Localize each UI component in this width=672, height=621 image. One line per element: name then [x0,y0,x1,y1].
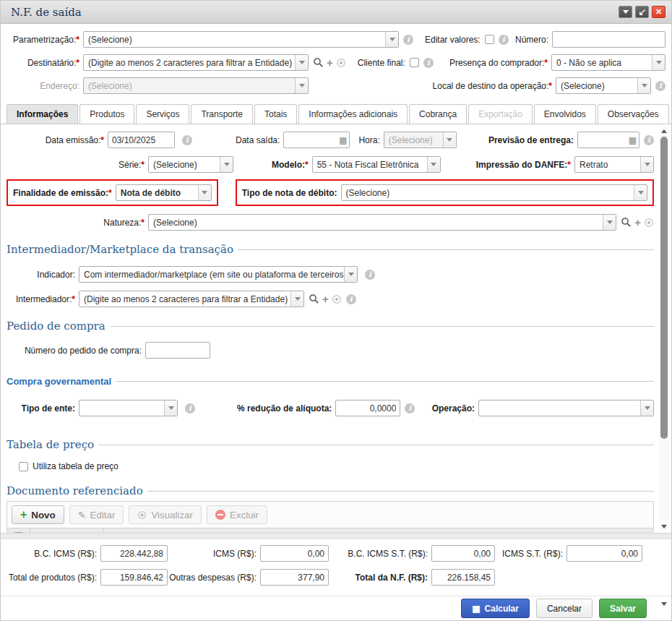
tab-totais[interactable]: Totais [254,104,297,124]
add-icon[interactable]: + [634,217,641,228]
info-icon[interactable]: i [644,135,654,145]
info-icon[interactable]: i [346,294,356,304]
info-icon[interactable]: i [185,403,195,414]
add-icon[interactable]: + [327,57,333,68]
column-header-chave-acesso[interactable]: Chave de acesso [104,528,653,533]
icms-st-input[interactable] [567,545,642,562]
section-intermediador-title: Intermediador/Marketplace da transação [7,243,233,256]
dropdown-arrow-icon[interactable] [640,157,653,172]
operacao-select[interactable] [478,400,654,416]
collapse-button[interactable] [619,6,632,18]
reducao-aliquota-input[interactable] [335,400,400,416]
dropdown-arrow-icon[interactable] [198,185,211,200]
impressao-danfe-select[interactable]: Retrato [574,156,654,173]
dropdown-arrow-icon[interactable] [652,55,665,70]
indicador-select[interactable]: Com intermediador/marketplace (em site o… [79,266,358,283]
utiliza-tabela-preco-checkbox[interactable] [19,462,28,471]
parametrizacao-select[interactable]: (Selecione) [83,31,399,48]
reducao-aliquota-label: % redução de alíquota: [237,403,335,414]
info-icon[interactable]: i [403,35,413,45]
tipo-ente-select[interactable] [79,400,178,416]
local-destino-select[interactable]: (Selecione) [556,77,651,94]
finalidade-select[interactable]: Nota de débito [116,184,212,201]
excluir-button: Excluir [207,505,267,524]
previsao-entrega-input[interactable] [578,133,629,147]
dropdown-arrow-icon[interactable] [385,32,398,47]
info-icon[interactable]: i [365,270,375,280]
tab-transporte[interactable]: Transporte [191,104,253,124]
info-icon[interactable]: i [182,135,192,145]
icms-input[interactable] [260,545,329,562]
dropdown-arrow-icon[interactable] [637,78,650,93]
tab-envolvidos[interactable]: Envolvidos [534,104,596,124]
eye-icon[interactable] [644,218,654,228]
salvar-button[interactable]: Salvar [599,599,647,618]
select-all-checkbox[interactable] [14,532,23,533]
novo-button[interactable]: + Novo [12,505,64,524]
total-nf-input[interactable] [431,569,495,586]
natureza-select[interactable]: (Selecione) [148,214,616,231]
destinatario-combo[interactable]: (Digite ao menos 2 caracteres para filtr… [83,54,309,71]
tab-cobranca[interactable]: Cobrança [409,104,467,124]
eye-icon[interactable] [336,58,346,68]
search-icon[interactable] [309,294,319,304]
tab-observacoes[interactable]: Observações [598,104,669,124]
modelo-select[interactable]: 55 - Nota Fiscal Eletrônica [312,156,441,173]
eye-icon[interactable] [332,294,342,304]
data-emissao-input[interactable] [108,132,175,148]
dropdown-arrow-icon[interactable] [427,157,440,172]
dropdown-arrow-icon[interactable] [220,157,233,172]
cliente-final-checkbox[interactable] [410,58,419,67]
calendar-icon[interactable]: ▦ [339,136,347,145]
dropdown-arrow-icon[interactable] [634,185,647,200]
scrollbar-thumb[interactable] [660,137,668,439]
search-icon[interactable] [621,217,632,228]
scroll-up-arrow[interactable] [659,127,669,135]
info-icon[interactable]: i [405,403,415,414]
serie-select[interactable]: (Selecione) [148,156,233,173]
maximize-button[interactable] [635,6,649,18]
info-icon[interactable]: i [499,35,509,45]
numero-pedido-input[interactable] [145,342,210,359]
total-produtos-input[interactable] [100,569,168,586]
intermediador-combo[interactable]: (Digite ao menos 2 caracteres para filtr… [79,291,304,307]
total-nf-field: Total da N.F. (R$): [329,569,495,586]
calcular-button[interactable]: ▦ Calcular [461,599,530,618]
pencil-icon: ✎ [78,510,86,521]
data-saida-input[interactable] [284,133,339,147]
page-scroll-down-arrow[interactable] [661,606,667,616]
column-header-tipo[interactable]: Tipo [30,528,104,533]
utiliza-tabela-preco-label: Utiliza tabela de preço [33,461,119,471]
dropdown-arrow-icon[interactable] [295,55,308,70]
tab-produtos[interactable]: Produtos [79,104,134,124]
tab-informacoes[interactable]: Informações [7,104,78,124]
outras-despesas-input[interactable] [260,569,329,586]
window-title: N.F. de saída [11,6,82,19]
close-button[interactable]: ✕ [652,6,665,18]
info-icon[interactable]: i [423,58,434,68]
dropdown-arrow-icon[interactable] [640,401,653,416]
horizontal-scrollbar-track[interactable] [1,533,671,539]
scroll-down-arrow[interactable] [659,522,669,531]
editar-valores-checkbox[interactable] [485,35,494,44]
search-icon[interactable] [313,57,324,68]
tab-informacoes-adicionais[interactable]: Informações adicionais [298,104,408,124]
add-icon[interactable]: + [322,294,329,304]
finalidade-row: Finalidade de emissão:* Nota de débito T… [7,179,654,206]
numero-input[interactable] [552,31,665,48]
dropdown-arrow-icon[interactable] [603,215,616,230]
bc-icms-st-input[interactable] [431,545,495,562]
visualizar-button: Visualizar [129,505,202,524]
info-icon[interactable]: i [655,81,665,91]
calendar-icon[interactable]: ▦ [629,136,637,145]
dropdown-arrow-icon[interactable] [164,401,177,416]
dropdown-arrow-icon[interactable] [290,291,303,307]
presenca-comprador-select[interactable]: 0 - Não se aplica [551,54,665,71]
tipo-nota-debito-select[interactable]: (Selecione) [341,184,648,201]
dropdown-arrow-icon[interactable] [344,267,357,282]
endereco-select: (Selecione) [83,77,309,94]
cancelar-button[interactable]: Cancelar [536,599,593,618]
tab-servicos[interactable]: Serviços [136,104,189,124]
previsao-entrega-label: Previsão de entrega: [488,135,577,145]
bc-icms-input[interactable] [100,545,168,562]
